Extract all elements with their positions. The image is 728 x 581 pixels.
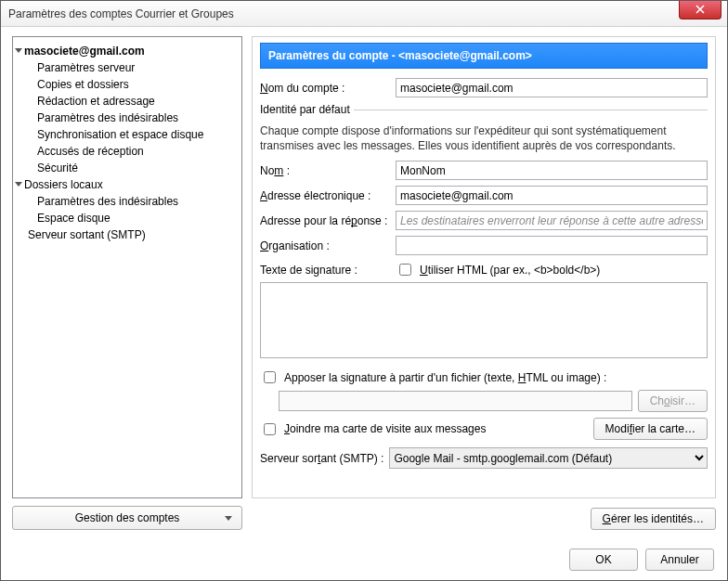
tree-smtp[interactable]: Serveur sortant (SMTP)	[15, 226, 240, 243]
use-html-checkbox[interactable]	[399, 264, 411, 276]
panel-header: Paramètres du compte - <masociete@gmail.…	[260, 43, 708, 69]
signature-file-checkbox[interactable]	[264, 371, 276, 383]
account-settings-window: Paramètres des comptes Courrier et Group…	[0, 0, 728, 581]
reply-label: Adresse pour la réponse :	[260, 214, 390, 227]
left-column: masociete@gmail.com Paramètres serveur C…	[12, 36, 242, 530]
tree-item-compose[interactable]: Rédaction et adressage	[15, 93, 240, 110]
manage-accounts-button[interactable]: Gestion des comptes	[12, 506, 242, 530]
dropdown-icon	[225, 516, 232, 522]
tree-item-security[interactable]: Sécurité	[15, 160, 240, 176]
account-name-input[interactable]	[396, 78, 708, 97]
signature-textarea[interactable]	[260, 282, 708, 358]
name-label: Nom :	[260, 164, 390, 177]
dialog-body: masociete@gmail.com Paramètres serveur C…	[1, 27, 727, 539]
signature-file-label: Apposer la signature à partir d'un fichi…	[284, 371, 606, 384]
org-label: Organisation :	[260, 239, 390, 252]
tree-item-local-disk[interactable]: Espace disque	[15, 210, 240, 226]
identity-legend: Identité par défaut	[260, 103, 354, 116]
vcard-label: Joindre ma carte de visite aux messages	[284, 422, 486, 435]
tree-account-root[interactable]: masociete@gmail.com	[15, 43, 240, 59]
tree-item-copies[interactable]: Copies et dossiers	[15, 76, 240, 93]
signature-label: Texte de signature :	[260, 264, 390, 277]
right-column: Paramètres du compte - <masociete@gmail.…	[252, 36, 716, 530]
tree-item-junk[interactable]: Paramètres des indésirables	[15, 110, 240, 126]
signature-file-path	[279, 391, 632, 411]
edit-vcard-button[interactable]: Modifier la carte…	[593, 418, 708, 440]
caret-down-icon	[15, 46, 22, 54]
signature-label-row: Texte de signature : Utiliser HTML (par …	[260, 261, 708, 278]
dialog-footer: OK Annuler	[1, 539, 727, 580]
reply-input[interactable]	[396, 211, 708, 230]
identity-fieldset: Identité par défaut Chaque compte dispos…	[260, 103, 708, 469]
email-input[interactable]	[396, 186, 708, 205]
email-label: Adresse électronique :	[260, 189, 390, 202]
identity-desc: Chaque compte dispose d'informations sur…	[260, 123, 708, 153]
manage-identities-button[interactable]: Gérer les identités…	[591, 508, 716, 530]
caret-down-icon	[15, 180, 22, 187]
account-tree[interactable]: masociete@gmail.com Paramètres serveur C…	[12, 36, 242, 498]
close-icon	[696, 5, 705, 14]
choose-file-button[interactable]: Choisir…	[638, 390, 708, 412]
tree-item-server[interactable]: Paramètres serveur	[15, 59, 240, 76]
use-html-label: Utiliser HTML (par ex., <b>bold</b>)	[420, 264, 600, 277]
vcard-checkbox[interactable]	[264, 423, 276, 435]
smtp-label: Serveur sortant (SMTP) :	[260, 452, 384, 465]
tree-item-local-junk[interactable]: Paramètres des indésirables	[15, 193, 240, 210]
account-name-row: Nom du compte :	[260, 78, 708, 97]
ok-button[interactable]: OK	[569, 549, 638, 571]
tree-item-receipts[interactable]: Accusés de réception	[15, 143, 240, 160]
org-input[interactable]	[396, 236, 708, 255]
name-input[interactable]	[396, 161, 708, 180]
settings-panel: Paramètres du compte - <masociete@gmail.…	[252, 36, 716, 498]
cancel-button[interactable]: Annuler	[645, 549, 714, 571]
close-button[interactable]	[679, 1, 722, 19]
titlebar: Paramètres des comptes Courrier et Group…	[1, 1, 727, 27]
account-name-label: Nom du compte :	[260, 82, 390, 95]
smtp-select[interactable]: Google Mail - smtp.googlemail.com (Défau…	[389, 447, 708, 469]
window-title: Paramètres des comptes Courrier et Group…	[8, 7, 234, 20]
tree-local-folders[interactable]: Dossiers locaux	[15, 176, 240, 193]
tree-item-sync[interactable]: Synchronisation et espace disque	[15, 126, 240, 143]
